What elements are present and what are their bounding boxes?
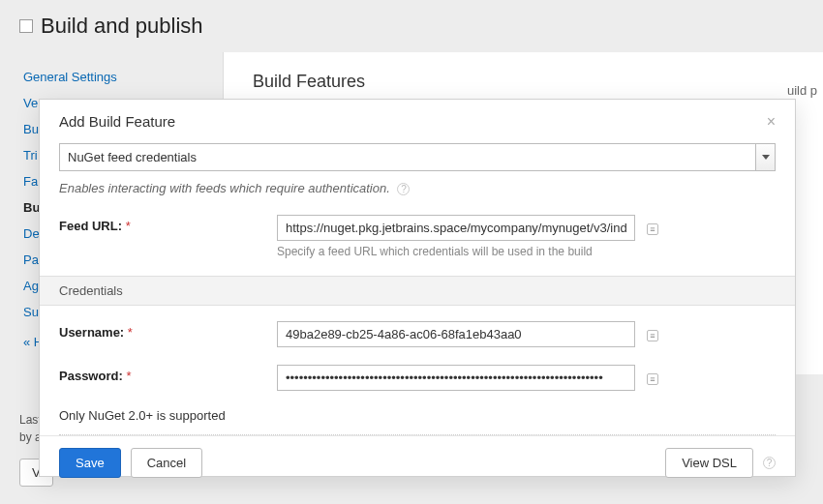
description-text: Enables interacting with feeds which req…: [59, 181, 390, 195]
feed-url-row: Feed URL: * Specify a feed URL which cre…: [59, 215, 776, 258]
add-build-feature-dialog: Add Build Feature × NuGet feed credentia…: [39, 99, 796, 477]
vars-icon[interactable]: ≡: [647, 373, 658, 385]
password-row: Password: * ≡: [59, 365, 776, 391]
modal-title: Add Build Feature: [59, 113, 175, 130]
modal-header: Add Build Feature ×: [40, 100, 795, 139]
save-button[interactable]: Save: [59, 448, 121, 478]
support-note: Only NuGet 2.0+ is supported: [59, 408, 776, 423]
modal-backdrop: Add Build Feature × NuGet feed credentia…: [0, 0, 823, 504]
password-label: Password: *: [59, 365, 277, 383]
feed-url-input[interactable]: [277, 215, 635, 241]
help-icon[interactable]: ?: [763, 457, 776, 469]
vars-icon[interactable]: ≡: [647, 223, 658, 235]
username-label: Username: *: [59, 321, 277, 340]
username-row: Username: * ≡: [59, 321, 776, 347]
password-input[interactable]: [277, 365, 635, 391]
label-text: Username:: [59, 325, 124, 340]
label-text: Feed URL:: [59, 219, 122, 233]
feature-type-value: NuGet feed credentials: [59, 143, 776, 171]
label-text: Password:: [59, 369, 123, 383]
modal-body: NuGet feed credentials Enables interacti…: [40, 139, 795, 435]
close-icon[interactable]: ×: [767, 114, 776, 130]
feature-description: Enables interacting with feeds which req…: [59, 181, 776, 195]
feed-url-label: Feed URL: *: [59, 215, 277, 233]
vars-icon[interactable]: ≡: [647, 330, 658, 341]
feature-type-select[interactable]: NuGet feed credentials: [59, 143, 776, 171]
username-input[interactable]: [277, 321, 635, 347]
credentials-heading: Credentials: [40, 276, 795, 306]
view-dsl-button[interactable]: View DSL: [665, 448, 753, 478]
modal-footer: Save Cancel View DSL ?: [40, 435, 795, 489]
feed-url-hint: Specify a feed URL which credentials wil…: [277, 245, 635, 258]
cancel-button[interactable]: Cancel: [131, 448, 202, 478]
help-icon[interactable]: ?: [397, 183, 410, 195]
